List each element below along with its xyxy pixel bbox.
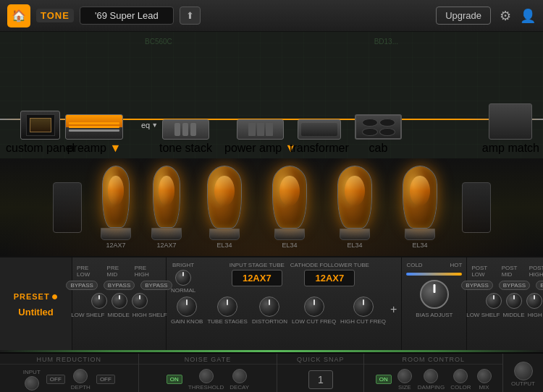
mix-label: MIX	[479, 384, 489, 391]
bright-section: BRIGHT NORMAL	[171, 262, 195, 294]
threshold-group: THRESHOLD	[188, 369, 224, 391]
small-component-left	[53, 182, 82, 233]
distortion-label: DISTORTION	[252, 318, 287, 325]
normal-label: NORMAL	[171, 287, 195, 294]
tube-5: EL34	[335, 166, 375, 249]
tube-glass-1	[102, 166, 130, 228]
chain-item-power-amp[interactable]: power amp ▼	[224, 119, 296, 155]
circuit-label-1: BC560C	[145, 38, 172, 46]
chain-item-preamp[interactable]: preamp ▼	[65, 114, 123, 155]
post-high-label: POST HIGH	[529, 265, 543, 278]
chain-item-cab[interactable]: cab	[355, 114, 402, 155]
pre-low-bypass[interactable]: BYPASS	[66, 281, 97, 290]
chain-item-transformer[interactable]: transformer	[290, 119, 349, 155]
preset-title[interactable]: '69 Super Lead	[80, 7, 174, 25]
upgrade-button[interactable]: Upgrade	[436, 7, 491, 25]
tube-stages-knob[interactable]	[217, 297, 237, 317]
pre-mid-bypass[interactable]: BYPASS	[104, 281, 135, 290]
threshold-label: THRESHOLD	[188, 384, 224, 391]
quick-snap-controls: 1	[277, 365, 363, 392]
save-button[interactable]: ⬆	[180, 7, 201, 25]
decay-label: DECAY	[230, 384, 249, 391]
controls-panel: PRESET ● Untitled PRE LOW PRE MID PRE HI…	[0, 256, 543, 350]
tube-base-5	[340, 229, 370, 240]
damping-label: DAMPING	[418, 384, 445, 391]
distortion-knob-group: DISTORTION	[252, 297, 287, 325]
size-knob[interactable]	[397, 369, 412, 383]
eq1-label[interactable]: eq ▼	[141, 121, 158, 129]
room-control-section: ROOM CONTROL ON SIZE DAMPING COLOR MIX	[364, 354, 503, 392]
tube-label-2: 12AX7	[156, 242, 176, 249]
settings-button[interactable]: ⚙	[500, 8, 511, 24]
cathode-follower-label: CATHODE FOLLOWER TUBE	[290, 262, 369, 268]
low-cut-knob[interactable]	[304, 297, 324, 317]
chain-item-custom-panel[interactable]: custom panel	[6, 111, 75, 155]
high-cut-knob-group: HIGH CUT FREQ	[340, 297, 386, 325]
tube-add-button[interactable]: +	[390, 303, 397, 325]
tube-glass-4	[272, 166, 307, 229]
quick-snap-selector[interactable]: 1	[308, 370, 333, 389]
transformer-component	[298, 119, 341, 140]
bright-label: BRIGHT	[172, 262, 194, 268]
depth-label: DEPTH	[71, 384, 90, 391]
chain-item-tone-stack[interactable]: tone stack	[159, 119, 212, 155]
post-mid-bypass[interactable]: BYPASS	[499, 281, 530, 290]
high-cut-knob[interactable]	[353, 297, 374, 317]
pre-high-label: PRE HIGH	[135, 265, 161, 278]
cathode-tube-selector: CATHODE FOLLOWER TUBE 12AX7	[290, 262, 369, 286]
tube-label-4: EL34	[282, 242, 297, 249]
output-label: OUTPUT	[511, 380, 535, 387]
hum-off-button[interactable]: OFF	[46, 375, 65, 384]
room-on-button[interactable]: ON	[376, 375, 392, 384]
tube-base-6	[405, 229, 435, 240]
depth-knob[interactable]	[73, 369, 88, 383]
pre-mid-label: PRE MID	[107, 265, 130, 278]
output-knob[interactable]	[514, 362, 533, 380]
post-low-knob[interactable]	[486, 293, 502, 309]
gain-knob-group: GAIN KNOB	[171, 297, 203, 325]
hum-off2-group: OFF	[96, 375, 115, 384]
color-knob[interactable]	[453, 369, 468, 383]
post-low-bypass[interactable]: BYPASS	[461, 281, 492, 290]
tube-2: 12AX7	[147, 166, 187, 249]
post-mid-knob[interactable]	[506, 293, 522, 309]
room-control-label: ROOM CONTROL	[364, 354, 502, 365]
noise-gate-controls: ON THRESHOLD DECAY	[139, 365, 277, 392]
tube-4: EL34	[270, 166, 310, 249]
hum-off2-button[interactable]: OFF	[96, 375, 115, 384]
noise-on-button[interactable]: ON	[167, 375, 182, 384]
pre-low-knob[interactable]	[91, 293, 107, 309]
hum-reduction-section: HUM REDUCTION INPUT OFF DEPTH OFF	[0, 354, 139, 392]
bias-adjust-label: BIAS ADJUST	[416, 312, 452, 318]
high-shelf-label: HIGH SHELF	[132, 312, 167, 318]
distortion-knob[interactable]	[259, 297, 279, 317]
cab-component	[355, 114, 402, 140]
damping-knob[interactable]	[424, 369, 438, 383]
decay-knob[interactable]	[232, 369, 247, 383]
pre-mid-knob[interactable]	[111, 293, 127, 309]
user-button[interactable]: 👤	[520, 8, 536, 24]
post-high-knob[interactable]	[526, 293, 542, 309]
tube-1: 12AX7	[96, 166, 136, 249]
quick-snap-section: QUICK SNAP 1	[277, 354, 364, 392]
mix-knob[interactable]	[477, 369, 492, 383]
tube-base-4	[274, 229, 305, 240]
cathode-tube-display[interactable]: 12AX7	[304, 270, 355, 286]
input-knob[interactable]	[25, 376, 39, 391]
input-tube-display[interactable]: 12AX7	[232, 270, 282, 286]
hum-reduction-controls: INPUT OFF DEPTH OFF	[0, 365, 138, 392]
post-eq-section: POST LOW POST MID POST HIGH BYPASS BYPAS…	[467, 257, 543, 350]
tube-stages-knob-group: TUBE STAGES	[207, 297, 247, 325]
bias-labels: COLD HOT	[406, 262, 462, 268]
threshold-knob[interactable]	[199, 369, 214, 383]
gain-knob[interactable]	[177, 297, 197, 317]
hum-reduction-label: HUM REDUCTION	[0, 354, 138, 365]
chain-item-amp-match[interactable]: amp match	[482, 103, 539, 155]
bias-knob[interactable]	[420, 280, 449, 309]
preset-label: PRESET	[14, 292, 50, 301]
home-button[interactable]: 🏠	[7, 4, 30, 27]
bright-knob[interactable]	[175, 270, 191, 286]
quick-snap-label: QUICK SNAP	[277, 354, 363, 365]
pre-high-knob[interactable]	[132, 293, 148, 309]
post-high-bypass[interactable]: BYPASS	[536, 281, 543, 290]
